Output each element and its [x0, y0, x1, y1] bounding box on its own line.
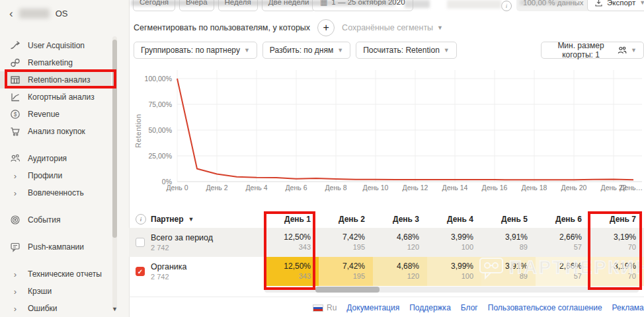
- cell-percent: 3,91%: [481, 232, 528, 242]
- split-by-dropdown[interactable]: Разбить: по дням▼: [262, 42, 350, 59]
- sidebar-item-label: Профили: [28, 171, 62, 180]
- retention-cell-day1[interactable]: 12,50%343: [264, 257, 319, 286]
- cell-percent: 3,19%: [590, 232, 636, 242]
- chevron-right-icon: ›: [9, 287, 21, 297]
- column-header-day-5[interactable]: День 5: [481, 215, 536, 224]
- sidebar-item-retention[interactable]: Retention-анализ: [0, 71, 111, 88]
- retention-cell-day7[interactable]: 3,19%70: [590, 257, 644, 286]
- footer-link-4[interactable]: Реклама: [612, 303, 644, 312]
- retention-cell-day4[interactable]: 3,99%100: [427, 257, 481, 286]
- back-chevron-icon[interactable]: ‹: [9, 8, 13, 19]
- cell-count: 57: [536, 242, 582, 252]
- date-preset-2[interactable]: Неделя: [218, 0, 258, 11]
- date-range-picker[interactable]: ▦ 1 — 25 октября 2020: [312, 0, 413, 11]
- table-info-icon[interactable]: i: [136, 214, 146, 225]
- group-by-dropdown[interactable]: Группировать: по партнеру▼: [134, 42, 257, 59]
- cell-count: 100: [427, 242, 473, 252]
- scroll-down-icon[interactable]: ▼: [112, 306, 118, 312]
- retention-cell-day3[interactable]: 4,68%120: [373, 228, 427, 257]
- revenue-icon: $: [9, 109, 21, 120]
- cell-percent: 2,66%: [536, 232, 582, 242]
- calculate-dropdown[interactable]: Посчитать: Retention▼: [356, 42, 457, 59]
- chevron-down-icon: ▼: [639, 0, 644, 6]
- retention-cell-day5[interactable]: 3,91%89: [481, 228, 536, 257]
- sidebar-item-purchases[interactable]: Анализ покупок: [0, 123, 111, 140]
- sidebar-item-label: Вовлеченность: [28, 188, 84, 197]
- sampling-info-icon[interactable]: i: [501, 1, 512, 11]
- footer-link-2[interactable]: Блог: [461, 303, 478, 312]
- cell-count: 70: [590, 242, 636, 252]
- export-button[interactable]: Экспорт ▼: [587, 0, 644, 11]
- y-tick-label: 25,00%: [148, 152, 172, 160]
- sidebar-item-tech-reports[interactable]: ›Технические отчеты: [0, 265, 111, 283]
- row-label-cell: Всего за период2 742: [129, 228, 264, 257]
- retention-cell-day5[interactable]: 3,91%89: [481, 257, 536, 286]
- sidebar-item-label: Крэши: [28, 287, 52, 296]
- chevron-down-icon: ▼: [444, 47, 450, 53]
- cell-count: 120: [373, 271, 419, 281]
- retention-cell-day6[interactable]: 2,66%57: [536, 228, 590, 257]
- min-cohort-dropdown[interactable]: Мин. размер когорты: 1 ▼: [541, 42, 644, 59]
- sidebar-item-errors[interactable]: ›Ошибки: [0, 300, 111, 317]
- column-header-day-4[interactable]: День 4: [427, 215, 481, 224]
- sidebar-item-user-acquisition[interactable]: User Acquisition: [0, 37, 111, 54]
- sidebar-item-audience[interactable]: Аудитория: [0, 150, 111, 167]
- segment-label: Сегментировать по пользователям, у котор…: [134, 23, 310, 32]
- column-header-day-7[interactable]: День 7: [590, 215, 644, 224]
- saved-segments-label: Сохранённые сегменты: [342, 23, 433, 32]
- sidebar-item-engagement[interactable]: ›Вовлеченность: [0, 184, 111, 201]
- retention-cell-day4[interactable]: 3,99%100: [427, 228, 481, 257]
- sidebar-item-label: Remarketing: [28, 58, 73, 67]
- saved-segments-dropdown[interactable]: Сохранённые сегменты ▼: [342, 23, 443, 32]
- date-preset-3[interactable]: Две недели: [262, 0, 316, 11]
- footer-link-0[interactable]: Документация: [346, 303, 399, 312]
- sidebar-item-revenue[interactable]: $Revenue: [0, 106, 111, 123]
- retention-cell-day7[interactable]: 3,19%70: [590, 228, 644, 257]
- sidebar-scrollbar-thumb[interactable]: [112, 40, 117, 238]
- column-header-day-3[interactable]: День 3: [373, 215, 427, 224]
- column-header-day-6[interactable]: День 6: [536, 215, 590, 224]
- row-checkbox-checked[interactable]: ✓: [136, 267, 145, 276]
- chevron-down-icon: ▼: [437, 24, 443, 31]
- retention-cell-day2[interactable]: 7,42%195: [319, 228, 373, 257]
- column-header-day-2[interactable]: День 2: [319, 215, 373, 224]
- sidebar-item-push[interactable]: Push-кампании: [0, 238, 111, 256]
- table-scrollbar-thumb[interactable]: [315, 287, 380, 293]
- sidebar-item-label: Revenue: [28, 110, 60, 119]
- language-label: Ru: [327, 303, 337, 312]
- footer-link-1[interactable]: Поддержка: [409, 303, 451, 312]
- y-tick-label: 50,00%: [148, 126, 172, 134]
- audience-icon: [9, 153, 21, 164]
- sidebar-item-events[interactable]: События: [0, 211, 111, 229]
- sidebar-item-profiles[interactable]: ›Профили: [0, 167, 111, 184]
- cell-percent: 2,66%: [536, 261, 582, 271]
- chevron-down-icon: ▼: [631, 47, 637, 53]
- sidebar-item-label: Аудитория: [28, 154, 67, 163]
- sidebar-item-crashes[interactable]: ›Крэши: [0, 283, 111, 300]
- sidebar-item-cohort[interactable]: Когортный анализ: [0, 88, 111, 106]
- footer-link-3[interactable]: Пользовательское соглашение: [488, 303, 602, 312]
- filter-row: Группировать: по партнеру▼ Разбить: по д…: [134, 42, 457, 59]
- group-by-label: Группировать: по партнеру: [141, 46, 240, 55]
- retention-cell-day2[interactable]: 7,42%195: [319, 257, 373, 286]
- date-preset-1[interactable]: Вчера: [179, 0, 214, 11]
- chevron-down-icon: ▼: [337, 47, 343, 53]
- download-icon: [594, 0, 603, 7]
- sidebar-item-remarketing[interactable]: Remarketing: [0, 54, 111, 71]
- retention-cell-day1[interactable]: 12,50%343: [264, 228, 319, 257]
- cell-percent: 7,42%: [319, 261, 365, 271]
- partner-column-header[interactable]: i Партнер ▼: [129, 214, 264, 225]
- calendar-icon: ▦: [320, 0, 327, 7]
- table-scrollbar-track[interactable]: [264, 287, 639, 293]
- date-preset-0[interactable]: Сегодня: [133, 0, 175, 11]
- column-header-day-1[interactable]: День 1: [264, 215, 319, 224]
- row-checkbox[interactable]: [136, 238, 145, 247]
- retention-cell-day3[interactable]: 4,68%120: [373, 257, 427, 286]
- retention-cell-day6[interactable]: 2,66%57: [536, 257, 590, 286]
- language-switcher[interactable]: Ru: [313, 303, 337, 312]
- cell-count: 89: [481, 242, 528, 252]
- row-name-block: Всего за период2 742: [151, 232, 213, 253]
- table-row-organic: ✓Органика2 74212,50%3437,42%1954,68%1203…: [129, 257, 644, 286]
- add-segment-button[interactable]: +: [317, 19, 335, 36]
- sidebar-nav: User AcquisitionRemarketingRetention-ана…: [0, 37, 111, 317]
